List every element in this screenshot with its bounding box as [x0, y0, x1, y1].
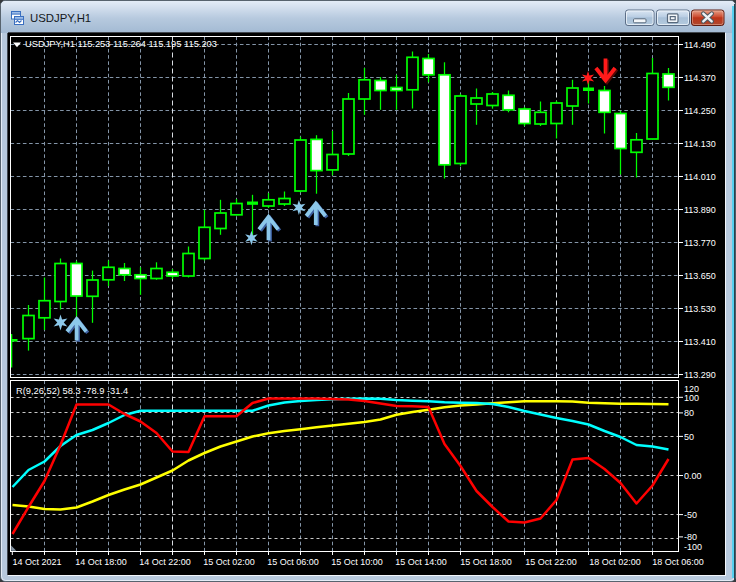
svg-text:113.650: 113.650 — [684, 271, 716, 281]
svg-text:114.370: 114.370 — [684, 73, 716, 83]
svg-text:114.490: 114.490 — [684, 40, 716, 50]
svg-text:14 Oct 2021: 14 Oct 2021 — [12, 557, 61, 567]
svg-text:50: 50 — [684, 432, 694, 442]
svg-text:113.290: 113.290 — [684, 370, 716, 380]
svg-text:15 Oct 10:00: 15 Oct 10:00 — [331, 557, 383, 567]
svg-text:18 Oct 06:00: 18 Oct 06:00 — [652, 557, 704, 567]
svg-text:R(9,26,52) 58.3 -78.9 -31.4: R(9,26,52) 58.3 -78.9 -31.4 — [16, 386, 128, 396]
svg-text:15 Oct 14:00: 15 Oct 14:00 — [395, 557, 447, 567]
svg-text:114.250: 114.250 — [684, 106, 716, 116]
svg-text:-100: -100 — [684, 542, 702, 552]
svg-text:USDJPY,H1: USDJPY,H1 — [30, 12, 91, 24]
svg-text:USDJPY,H1 115.253 115.264 115.: USDJPY,H1 115.253 115.264 115.195 115.20… — [25, 39, 217, 49]
svg-text:114.010: 114.010 — [684, 172, 716, 182]
svg-text:113.770: 113.770 — [684, 238, 716, 248]
svg-text:113.890: 113.890 — [684, 205, 716, 215]
svg-text:15 Oct 06:00: 15 Oct 06:00 — [267, 557, 319, 567]
svg-text:80: 80 — [684, 408, 694, 418]
svg-text:-50: -50 — [684, 510, 697, 520]
svg-text:113.410: 113.410 — [684, 337, 716, 347]
svg-text:15 Oct 18:00: 15 Oct 18:00 — [460, 557, 512, 567]
svg-text:15 Oct 02:00: 15 Oct 02:00 — [203, 557, 255, 567]
svg-text:15 Oct 22:00: 15 Oct 22:00 — [525, 557, 577, 567]
svg-text:14 Oct 18:00: 14 Oct 18:00 — [75, 557, 127, 567]
svg-text:0.00: 0.00 — [684, 471, 702, 481]
svg-text:100: 100 — [684, 393, 699, 403]
svg-text:18 Oct 02:00: 18 Oct 02:00 — [589, 557, 641, 567]
svg-text:113.530: 113.530 — [684, 304, 716, 314]
svg-text:114.130: 114.130 — [684, 139, 716, 149]
svg-text:14 Oct 22:00: 14 Oct 22:00 — [139, 557, 191, 567]
